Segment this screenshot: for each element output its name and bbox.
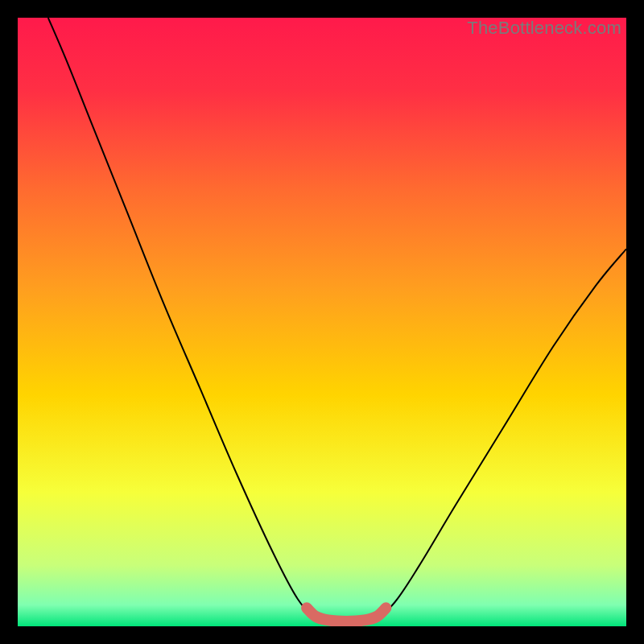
- bottleneck-chart: [18, 18, 626, 626]
- chart-frame: TheBottleneck.com: [18, 18, 626, 626]
- watermark-text: TheBottleneck.com: [467, 18, 621, 39]
- gradient-background: [18, 18, 626, 626]
